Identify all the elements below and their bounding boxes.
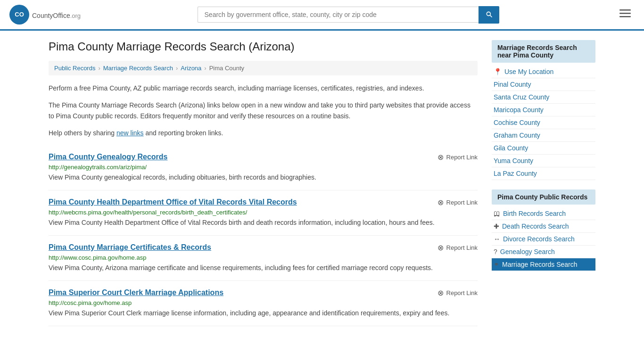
use-my-location-item[interactable]: 📍 Use My Location xyxy=(492,66,595,78)
result-title-1[interactable]: Pima County Health Department Office of … xyxy=(49,198,297,206)
result-desc-1: View Pima County Health Department Offic… xyxy=(49,218,478,228)
search-area xyxy=(198,6,499,24)
main-container: Pima County Marriage Records Search (Ari… xyxy=(39,31,605,336)
public-records-list: 🕮 Birth Records Search ✚ Death Records S… xyxy=(492,207,595,271)
list-item[interactable]: La Paz County xyxy=(492,167,595,180)
breadcrumb-marriage-records[interactable]: Marriage Records Search xyxy=(103,65,173,72)
results-list: Pima County Genealogy Records ⊗ Report L… xyxy=(49,145,478,326)
list-item[interactable]: Yuma County xyxy=(492,155,595,167)
report-icon: ⊗ xyxy=(438,243,444,252)
result-url-1[interactable]: http://webcms.pima.gov/health/personal_r… xyxy=(49,209,478,216)
public-records-section: Pima County Public Records 🕮 Birth Recor… xyxy=(492,189,595,271)
public-records-item[interactable]: ✚ Death Records Search xyxy=(492,220,595,233)
record-icon: ↔ xyxy=(494,235,500,243)
breadcrumb-arizona[interactable]: Arizona xyxy=(181,65,201,72)
logo-area: CO CountyOffice.org xyxy=(9,5,81,25)
result-url-3[interactable]: http://cosc.pima.gov/home.asp xyxy=(49,299,478,306)
content-area: Pima County Marriage Records Search (Ari… xyxy=(49,40,478,326)
result-header: Pima Superior Court Clerk Marriage Appli… xyxy=(49,288,478,297)
search-input[interactable] xyxy=(198,7,479,23)
result-url-0[interactable]: http://genealogytrails.com/ariz/pima/ xyxy=(49,164,478,171)
list-item[interactable]: Graham County xyxy=(492,129,595,142)
svg-rect-3 xyxy=(619,13,631,14)
result-header: Pima County Genealogy Records ⊗ Report L… xyxy=(49,153,478,162)
header: CO CountyOffice.org xyxy=(0,0,644,31)
description-para1: Perform a free Pima County, AZ public ma… xyxy=(49,83,478,93)
list-item[interactable]: Cochise County xyxy=(492,116,595,129)
result-title-0[interactable]: Pima County Genealogy Records xyxy=(49,153,168,161)
result-header: Pima County Marriage Certificates & Reco… xyxy=(49,243,478,252)
nearby-header: Marriage Records Search near Pima County xyxy=(492,40,595,63)
record-icon: ⚭ xyxy=(494,261,499,268)
public-records-item[interactable]: ? Genealogy Search xyxy=(492,246,595,258)
public-record-link-2[interactable]: Divorce Records Search xyxy=(503,235,575,243)
report-link-3[interactable]: ⊗ Report Link xyxy=(438,288,478,297)
location-icon: 📍 xyxy=(494,68,502,75)
logo-icon: CO xyxy=(9,5,29,25)
breadcrumb-public-records[interactable]: Public Records xyxy=(54,65,95,72)
list-item[interactable]: Santa Cruz County xyxy=(492,91,595,104)
result-title-3[interactable]: Pima Superior Court Clerk Marriage Appli… xyxy=(49,288,223,297)
page-title: Pima County Marriage Records Search (Ari… xyxy=(49,40,478,53)
nearby-section: Marriage Records Search near Pima County… xyxy=(492,40,595,180)
report-link-1[interactable]: ⊗ Report Link xyxy=(438,198,478,207)
result-title-2[interactable]: Pima County Marriage Certificates & Reco… xyxy=(49,243,211,252)
nearby-list: 📍 Use My Location Pinal County Santa Cru… xyxy=(492,66,595,180)
svg-rect-2 xyxy=(619,9,631,11)
sidebar: Marriage Records Search near Pima County… xyxy=(492,40,595,326)
logo-text: CountyOffice.org xyxy=(32,9,81,20)
report-link-2[interactable]: ⊗ Report Link xyxy=(438,243,478,252)
result-desc-0: View Pima County genealogical records, i… xyxy=(49,173,478,182)
public-record-link-4[interactable]: Marriage Records Search xyxy=(502,261,578,268)
result-item: Pima County Marriage Certificates & Reco… xyxy=(49,236,478,281)
public-records-header: Pima County Public Records xyxy=(492,189,595,205)
public-records-item[interactable]: 🕮 Birth Records Search xyxy=(492,207,595,220)
breadcrumb-current: Pima County xyxy=(209,65,244,72)
record-icon: 🕮 xyxy=(494,210,500,217)
list-item[interactable]: Pinal County xyxy=(492,78,595,91)
report-icon: ⊗ xyxy=(438,288,444,297)
public-records-item[interactable]: ⚭ Marriage Records Search xyxy=(492,258,595,271)
result-desc-3: View Pima Superior Court Clerk marriage … xyxy=(49,308,478,318)
public-record-link-0[interactable]: Birth Records Search xyxy=(503,210,566,217)
description-para3: Help others by sharing new links and rep… xyxy=(49,128,478,138)
list-item[interactable]: Gila County xyxy=(492,142,595,155)
svg-text:CO: CO xyxy=(15,11,24,18)
svg-rect-4 xyxy=(619,16,631,17)
description-para2: The Pima County Marriage Records Search … xyxy=(49,100,478,121)
breadcrumb: Public Records › Marriage Records Search… xyxy=(49,61,478,75)
report-icon: ⊗ xyxy=(438,153,444,162)
menu-button[interactable] xyxy=(616,6,635,24)
result-item: Pima County Genealogy Records ⊗ Report L… xyxy=(49,145,478,190)
report-icon: ⊗ xyxy=(438,198,444,207)
public-record-link-1[interactable]: Death Records Search xyxy=(502,222,569,230)
use-my-location-link[interactable]: Use My Location xyxy=(504,68,553,75)
result-header: Pima County Health Department Office of … xyxy=(49,198,478,207)
public-record-link-3[interactable]: Genealogy Search xyxy=(500,248,555,255)
result-item: Pima Superior Court Clerk Marriage Appli… xyxy=(49,281,478,326)
result-url-2[interactable]: http://www.cosc.pima.gov/home.asp xyxy=(49,254,478,261)
public-records-item[interactable]: ↔ Divorce Records Search xyxy=(492,233,595,246)
search-button[interactable] xyxy=(479,6,499,24)
report-link-0[interactable]: ⊗ Report Link xyxy=(438,153,478,162)
record-icon: ? xyxy=(494,248,497,255)
list-item[interactable]: Maricopa County xyxy=(492,104,595,116)
record-icon: ✚ xyxy=(494,222,499,230)
result-item: Pima County Health Department Office of … xyxy=(49,190,478,236)
new-links-link[interactable]: new links xyxy=(116,129,144,137)
result-desc-2: View Pima County, Arizona marriage certi… xyxy=(49,263,478,273)
